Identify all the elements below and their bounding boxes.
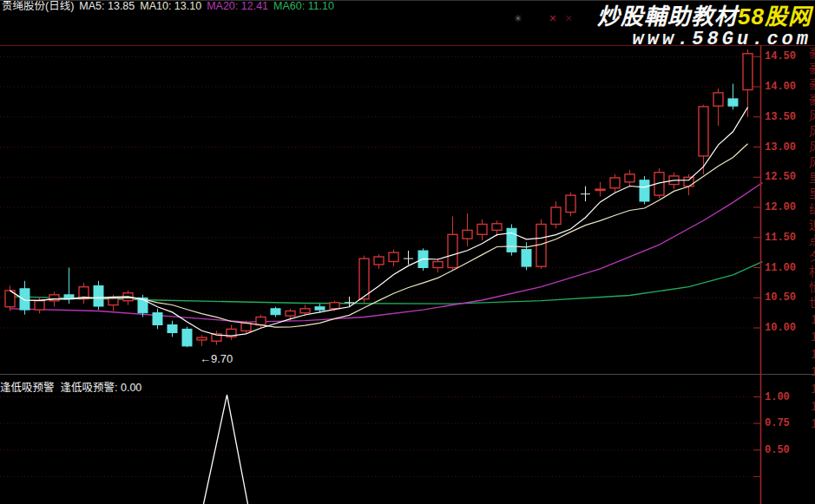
price-axis-label: 14.00: [765, 81, 806, 93]
watermark-site-name: 58股网: [738, 3, 812, 29]
stock-title: 贵绳股份(日线): [2, 0, 74, 12]
signal-spike: [204, 395, 248, 504]
cross-mark-icon: ✕: [549, 13, 556, 23]
price-axis-label: 12.00: [765, 201, 806, 213]
asterisk-mark-icon: ✳: [514, 13, 522, 23]
price-axis-label: 10.50: [765, 291, 806, 304]
ma60-label: MA60: 11.10: [273, 0, 334, 12]
site-watermark: 炒股輔助教材58股网 www.58Gu.com: [597, 5, 812, 49]
price-axis-label: 11.00: [765, 262, 806, 274]
candles-layer: [5, 49, 753, 347]
stock-chart-window: { "header": { "title": "贵绳股份(日线)", "ma":…: [0, 0, 815, 504]
price-axis-label: 10.00: [765, 322, 806, 334]
ma5-label: MA5: 13.85: [79, 0, 135, 12]
candlestick-chart[interactable]: [0, 0, 815, 504]
window-top-edge: [0, 0, 815, 1]
ma5-line: [10, 108, 748, 337]
title-bar: 贵绳股份(日线)MA5: 13.85MA10: 13.10MA20: 12.41…: [2, 0, 339, 13]
cross-mark-icon: ✕: [565, 13, 573, 23]
price-axis-label: 12.50: [765, 171, 806, 183]
indicator-label-row: 逢低吸预警逢低吸预警: 0.00: [0, 378, 141, 395]
toolbar-marks: ✳ ✕ ✕: [514, 13, 573, 24]
price-axis-label: 0.75: [765, 417, 806, 429]
price-axis-label: 13.00: [765, 141, 806, 154]
price-axis-label: 11.50: [765, 232, 806, 244]
low-price-annotation: ←9.70: [200, 352, 233, 365]
ma20-label: MA20: 12.41: [207, 0, 268, 12]
right-edge-watermark: 豪豪豪豪风风风风里里绍追点夕村恒世1111111: [807, 47, 815, 504]
watermark-text-cn: 炒股輔助教材: [597, 3, 738, 29]
watermark-line1: 炒股輔助教材58股网: [597, 5, 812, 28]
price-axis-label: 13.50: [765, 111, 806, 123]
ma10-label: MA10: 13.10: [140, 0, 201, 12]
indicator-name: 逢低吸预警: [0, 382, 55, 394]
price-axis-label: 0.50: [765, 444, 806, 456]
watermark-url: www.58Gu.com: [597, 30, 812, 49]
indicator-value-label: 逢低吸预警: 0.00: [61, 382, 142, 394]
price-axis-label: 14.50: [765, 50, 806, 62]
price-axis-label: 1.00: [765, 391, 806, 403]
